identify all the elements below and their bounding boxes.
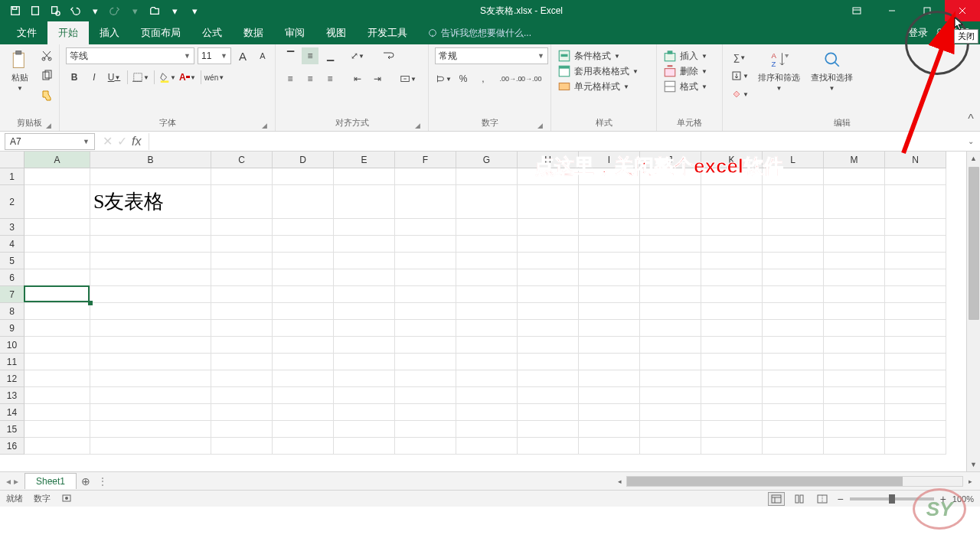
cell[interactable] — [701, 168, 763, 185]
fill-color-button[interactable]: ▼ — [159, 69, 176, 86]
new-icon[interactable] — [26, 2, 44, 20]
cell[interactable] — [334, 185, 395, 219]
open-more-icon[interactable]: ▾ — [165, 2, 184, 20]
worksheet-grid[interactable]: ABCDEFGHIJKLMN 12345678910111213141516 S… — [0, 152, 980, 471]
cell[interactable] — [24, 387, 90, 404]
cell[interactable] — [456, 253, 518, 269]
cell[interactable] — [824, 354, 885, 370]
cell[interactable] — [334, 438, 395, 455]
cell[interactable] — [763, 438, 824, 455]
cell[interactable] — [24, 404, 90, 421]
cell[interactable] — [579, 286, 640, 303]
cell[interactable] — [518, 337, 579, 354]
cell[interactable] — [579, 185, 640, 219]
conditional-format-button[interactable]: 条件格式▼ — [557, 49, 620, 63]
maximize-button[interactable] — [910, 0, 945, 21]
cell[interactable] — [273, 337, 334, 354]
comma-icon[interactable]: , — [475, 70, 492, 87]
cell[interactable] — [701, 253, 763, 269]
column-header[interactable]: M — [824, 152, 885, 168]
cell[interactable] — [24, 337, 90, 354]
cell[interactable] — [395, 253, 456, 269]
clear-icon[interactable]: ▼ — [729, 86, 750, 103]
cell[interactable] — [640, 387, 701, 404]
column-header[interactable]: N — [885, 152, 946, 168]
cell[interactable] — [518, 303, 579, 320]
cell[interactable] — [701, 185, 763, 219]
row-header[interactable]: 16 — [0, 438, 24, 455]
cell[interactable] — [763, 354, 824, 370]
cell[interactable] — [211, 404, 273, 421]
page-layout-view-icon[interactable] — [791, 492, 808, 506]
cell[interactable] — [395, 438, 456, 455]
cell[interactable] — [518, 236, 579, 253]
cell[interactable] — [701, 303, 763, 320]
cell[interactable] — [518, 320, 579, 337]
cell[interactable] — [334, 421, 395, 438]
border-button[interactable]: ▼ — [132, 69, 149, 86]
tab-文件[interactable]: 文件 — [6, 21, 47, 44]
cell[interactable] — [518, 404, 579, 421]
tab-数据[interactable]: 数据 — [233, 21, 274, 44]
cell[interactable] — [579, 236, 640, 253]
cell[interactable] — [885, 370, 946, 387]
cell[interactable] — [456, 303, 518, 320]
cell[interactable] — [90, 370, 211, 387]
cell[interactable] — [395, 168, 456, 185]
cell[interactable] — [885, 320, 946, 337]
undo-icon[interactable] — [66, 2, 84, 20]
cell[interactable] — [334, 337, 395, 354]
cell[interactable] — [824, 219, 885, 236]
cut-icon[interactable] — [38, 47, 55, 64]
cell[interactable] — [885, 337, 946, 354]
cell[interactable] — [211, 387, 273, 404]
cell[interactable] — [211, 219, 273, 236]
cell[interactable] — [518, 421, 579, 438]
minimize-button[interactable] — [874, 0, 910, 21]
cell[interactable] — [824, 370, 885, 387]
cell[interactable] — [885, 236, 946, 253]
horizontal-scrollbar[interactable]: ⋮ ◂ ▸ — [95, 476, 980, 487]
underline-button[interactable]: U▼ — [106, 69, 122, 86]
align-center-icon[interactable]: ≡ — [302, 70, 318, 87]
cell[interactable] — [518, 387, 579, 404]
cell[interactable] — [579, 404, 640, 421]
cell[interactable] — [579, 303, 640, 320]
align-top-icon[interactable]: ▔ — [282, 47, 299, 64]
cell[interactable] — [90, 354, 211, 370]
cell[interactable] — [701, 219, 763, 236]
decrease-indent-icon[interactable]: ⇤ — [349, 70, 366, 87]
cell[interactable] — [701, 421, 763, 438]
cell[interactable] — [579, 269, 640, 286]
cell[interactable] — [273, 253, 334, 269]
paste-button[interactable]: 粘贴 ▼ — [6, 47, 34, 93]
cell[interactable] — [334, 269, 395, 286]
cell[interactable] — [24, 168, 90, 185]
cell[interactable] — [885, 253, 946, 269]
cell[interactable] — [640, 438, 701, 455]
formula-input[interactable] — [149, 133, 962, 150]
cell[interactable] — [273, 354, 334, 370]
cell[interactable] — [211, 286, 273, 303]
cell[interactable] — [640, 303, 701, 320]
cell[interactable] — [579, 320, 640, 337]
cell[interactable] — [701, 387, 763, 404]
column-header[interactable]: F — [395, 152, 456, 168]
cell[interactable] — [211, 337, 273, 354]
cell[interactable] — [24, 219, 90, 236]
cell[interactable] — [640, 370, 701, 387]
column-header[interactable]: E — [334, 152, 395, 168]
column-header[interactable]: C — [211, 152, 273, 168]
cell[interactable] — [456, 370, 518, 387]
login-link[interactable]: 登录 — [908, 26, 928, 40]
cell[interactable]: S友表格 — [90, 185, 211, 219]
row-header[interactable]: 15 — [0, 421, 24, 438]
cell[interactable] — [763, 404, 824, 421]
cell[interactable] — [579, 337, 640, 354]
cell[interactable] — [518, 253, 579, 269]
cell[interactable] — [334, 387, 395, 404]
cell[interactable] — [640, 354, 701, 370]
cell[interactable] — [24, 303, 90, 320]
cell[interactable] — [763, 253, 824, 269]
tab-审阅[interactable]: 审阅 — [274, 21, 315, 44]
